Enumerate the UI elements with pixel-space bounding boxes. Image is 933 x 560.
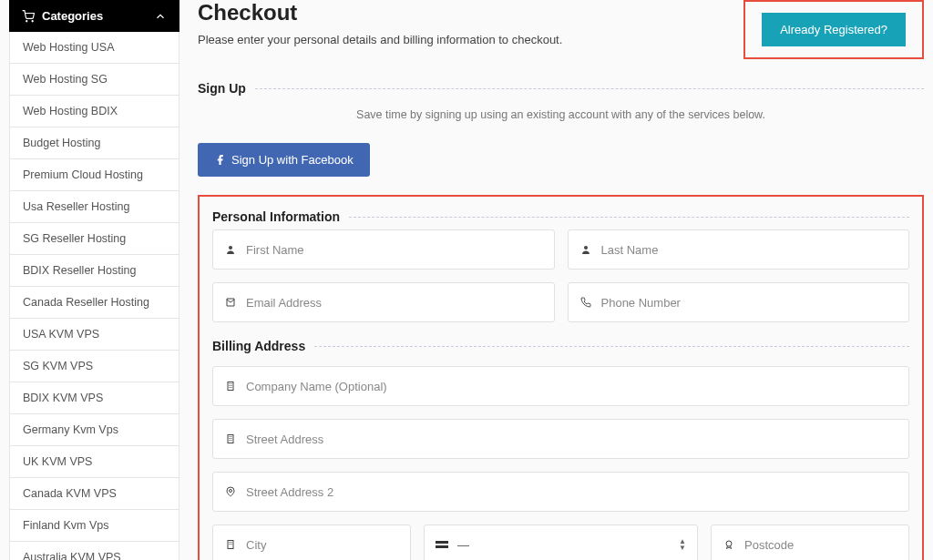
- svg-point-6: [230, 490, 232, 493]
- map-pin-icon: [224, 486, 237, 497]
- svg-rect-4: [228, 382, 233, 391]
- signup-section-title: Sign Up: [198, 81, 924, 96]
- person-icon: [579, 244, 592, 255]
- street2-field[interactable]: [212, 472, 909, 512]
- city-field[interactable]: [212, 524, 411, 560]
- sidebar-item[interactable]: SG KVM VPS: [10, 351, 179, 382]
- phone-input[interactable]: [601, 283, 898, 321]
- building-icon: [224, 433, 237, 444]
- sidebar-item[interactable]: Germany Kvm Vps: [10, 414, 179, 446]
- sidebar-item[interactable]: Usa Reseller Hosting: [10, 191, 179, 223]
- svg-point-8: [726, 541, 732, 546]
- sidebar-item[interactable]: Australia KVM VPS: [10, 542, 179, 560]
- sidebar-item[interactable]: Canada KVM VPS: [10, 478, 179, 510]
- certificate-icon: [723, 539, 735, 550]
- already-registered-button[interactable]: Already Registered?: [762, 13, 906, 46]
- signup-facebook-button[interactable]: Sign Up with Facebook: [198, 143, 370, 177]
- building-icon: [224, 539, 237, 550]
- facebook-icon: [214, 154, 226, 166]
- state-select[interactable]: — ▲▼: [424, 524, 698, 560]
- street1-input[interactable]: [246, 420, 897, 458]
- phone-icon: [579, 297, 592, 308]
- postcode-input[interactable]: [744, 525, 897, 560]
- page-title: Checkout: [198, 0, 725, 25]
- postcode-field[interactable]: [711, 524, 909, 560]
- sidebar-item[interactable]: BDIX KVM VPS: [10, 382, 179, 414]
- svg-point-2: [229, 246, 232, 249]
- categories-title: Categories: [42, 9, 103, 23]
- sidebar-item[interactable]: SG Reseller Hosting: [10, 223, 179, 255]
- sidebar-item[interactable]: Web Hosting BDIX: [10, 96, 179, 127]
- sidebar-item[interactable]: Budget Hosting: [10, 127, 179, 159]
- sidebar-item[interactable]: Finland Kvm Vps: [10, 510, 179, 542]
- sidebar-item[interactable]: USA KVM VPS: [10, 319, 179, 351]
- chevron-updown-icon: ▲▼: [679, 539, 686, 551]
- sidebar-item[interactable]: Premium Cloud Hosting: [10, 159, 179, 191]
- company-input[interactable]: [246, 367, 897, 405]
- chevron-up-icon: [154, 10, 167, 23]
- street2-input[interactable]: [246, 473, 897, 511]
- last-name-field[interactable]: [568, 229, 910, 270]
- flag-icon: [436, 541, 448, 548]
- building-icon: [224, 381, 237, 392]
- sidebar-item[interactable]: Web Hosting SG: [10, 64, 179, 96]
- categories-header[interactable]: Categories: [9, 0, 179, 32]
- city-input[interactable]: [246, 525, 399, 560]
- first-name-field[interactable]: [212, 229, 555, 270]
- email-field[interactable]: [212, 282, 555, 322]
- phone-field[interactable]: [568, 282, 910, 322]
- sidebar-item[interactable]: UK KVM VPS: [10, 446, 179, 478]
- svg-rect-5: [228, 435, 233, 443]
- state-value: —: [457, 538, 469, 552]
- page-subtitle: Please enter your personal details and b…: [198, 33, 725, 46]
- company-field[interactable]: [212, 366, 909, 406]
- svg-point-3: [584, 246, 588, 249]
- email-input[interactable]: [246, 283, 543, 321]
- billing-address-title: Billing Address: [212, 339, 909, 353]
- personal-info-title: Personal Information: [212, 209, 909, 224]
- sidebar-item[interactable]: Web Hosting USA: [10, 32, 179, 64]
- sidebar-item[interactable]: BDIX Reseller Hosting: [10, 255, 179, 287]
- cart-icon: [22, 10, 35, 23]
- form-box: Personal Information: [198, 195, 924, 560]
- svg-rect-7: [228, 541, 233, 549]
- svg-point-1: [32, 20, 33, 21]
- envelope-icon: [224, 297, 237, 308]
- signup-hint: Save time by signing up using an existin…: [198, 108, 924, 121]
- person-icon: [224, 244, 237, 255]
- sidebar-item[interactable]: Canada Reseller Hosting: [10, 287, 179, 319]
- svg-point-0: [26, 20, 27, 21]
- already-registered-box: Already Registered?: [743, 0, 924, 59]
- category-list: Web Hosting USA Web Hosting SG Web Hosti…: [9, 32, 179, 560]
- last-name-input[interactable]: [601, 230, 898, 269]
- first-name-input[interactable]: [246, 230, 543, 269]
- street1-field[interactable]: [212, 419, 909, 459]
